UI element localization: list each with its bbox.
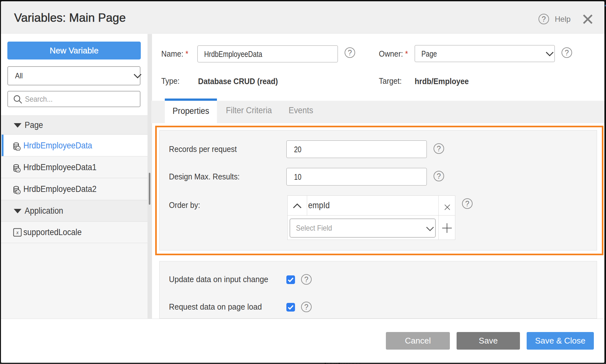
svg-text:x: x xyxy=(17,190,19,194)
svg-text:x: x xyxy=(17,168,19,172)
svg-text:x: x xyxy=(16,229,19,235)
svg-text:x: x xyxy=(17,146,19,150)
